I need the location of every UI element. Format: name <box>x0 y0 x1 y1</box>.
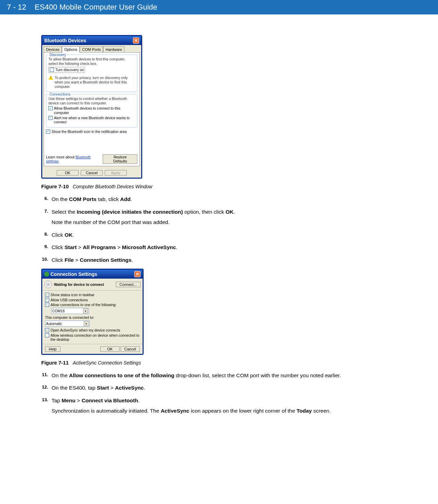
allow-conn-label: Allow connections to one of the followin… <box>50 303 116 307</box>
status-icon-label: Show status icon in taskbar <box>50 293 94 297</box>
ok-button[interactable]: OK <box>100 346 120 352</box>
discovery-desc: To allow Bluetooth devices to find this … <box>48 57 135 66</box>
connected-to-value: Automatic <box>46 322 62 326</box>
dialog-buttons: OK Cancel Apply <box>42 168 141 178</box>
window-titlebar: Connection Settings ✕ <box>42 270 143 279</box>
options-tabsheet: Discovery To allow Bluetooth devices to … <box>44 52 140 166</box>
page-header: 7 - 12 ES400 Mobile Computer User Guide <box>0 0 438 14</box>
tab-com-ports[interactable]: COM Ports <box>80 46 103 53</box>
figure-7-10-caption: Figure 7-10 Computer Bluetooth Devices W… <box>41 183 397 189</box>
connections-label: Connections <box>48 92 71 96</box>
step-item: 10.Click File > Connection Settings. <box>41 256 397 264</box>
step-item: 9.Click Start > All Programs > Microsoft… <box>41 244 397 251</box>
step-number: 7. <box>41 208 48 226</box>
window-title-text: Connection Settings <box>50 271 97 277</box>
page-number: 7 - 12 <box>7 3 26 11</box>
step-number: 11. <box>41 372 48 379</box>
status-text: Waiting for device to connect <box>54 282 114 287</box>
close-icon[interactable]: ✕ <box>133 37 139 44</box>
step-item: 6.On the COM Ports tab, click Add. <box>41 195 397 203</box>
usb-label: Allow USB connections <box>50 298 88 302</box>
warning-icon: ! <box>48 76 53 80</box>
step-item: 11.On the Allow connections to one of th… <box>41 372 397 379</box>
step-item: 12.On the ES400, tap Start > ActiveSync. <box>41 384 397 392</box>
bluetooth-devices-window: Bluetooth Devices ✕ Devices Options COM … <box>41 35 142 179</box>
wireless-label: Allow wireless connection on device when… <box>50 333 140 342</box>
allow-connect-label: Allow Bluetooth devices to connect to th… <box>54 106 135 115</box>
discovery-group: Discovery To allow Bluetooth devices to … <box>46 55 137 92</box>
sync-icon: ⟳ <box>44 281 52 288</box>
connections-desc: Use these settings to control whether a … <box>48 97 135 105</box>
connections-group: Connections Use these settings to contro… <box>46 94 137 127</box>
show-icon-label: Show the Bluetooth icon in the notificat… <box>52 130 127 134</box>
tab-devices[interactable]: Devices <box>44 46 62 53</box>
step-item: 8.Click OK. <box>41 231 397 239</box>
tab-hardware[interactable]: Hardware <box>103 46 124 53</box>
apply-button[interactable]: Apply <box>105 170 127 176</box>
cancel-button[interactable]: Cancel <box>81 170 103 176</box>
step-number: 10. <box>41 256 48 264</box>
com-port-value: COM18 <box>52 309 65 313</box>
figure-label: Figure 7-10 <box>41 183 69 189</box>
chevron-down-icon: ▾ <box>84 321 89 326</box>
step-number: 9. <box>41 244 48 251</box>
close-icon[interactable]: ✕ <box>134 271 141 277</box>
tab-bar: Devices Options COM Ports Hardware <box>42 45 141 53</box>
show-icon-checkbox[interactable]: ✓ <box>46 130 50 134</box>
cancel-button[interactable]: Cancel <box>121 346 140 352</box>
com-port-select[interactable]: COM18 ▾ <box>51 308 89 314</box>
window-title-text: Bluetooth Devices <box>44 38 86 43</box>
usb-checkbox[interactable]: ✓ <box>45 298 49 302</box>
step-item: 13.Tap Menu > Connect via Bluetooth.Sync… <box>41 397 397 415</box>
alert-label: Alert me when a new Bluetooth device wan… <box>54 116 135 124</box>
step-subtext: Synchronization is automatically initiat… <box>52 407 397 415</box>
turn-discovery-label: Turn discovery on <box>55 68 84 72</box>
status-icon-checkbox[interactable]: ✓ <box>45 293 49 297</box>
step-number: 6. <box>41 195 48 203</box>
figure-label: Figure 7-11 <box>41 360 69 366</box>
connected-to-select[interactable]: Automatic ▾ <box>45 321 90 327</box>
steps-6-10: 6.On the COM Ports tab, click Add.7.Sele… <box>41 195 397 264</box>
learn-more-text: Learn more about <box>46 155 75 159</box>
step-text: On the COM Ports tab, click Add. <box>52 195 397 203</box>
step-item: 7.Select the Incoming (device initiates … <box>41 208 397 226</box>
turn-discovery-checkbox[interactable] <box>50 68 54 72</box>
figure-text: Computer Bluetooth Devices Window <box>73 184 153 189</box>
step-number: 12. <box>41 384 48 392</box>
step-number: 13. <box>41 397 48 415</box>
step-text: Click OK. <box>52 231 397 239</box>
ok-button[interactable]: OK <box>57 170 79 176</box>
step-text: On the Allow connections to one of the f… <box>52 372 397 379</box>
guide-title: ES400 Mobile Computer User Guide <box>35 3 157 11</box>
alert-checkbox[interactable]: ✓ <box>48 116 53 120</box>
step-text: Click Start > All Programs > Microsoft A… <box>52 244 397 251</box>
wireless-checkbox[interactable] <box>45 333 49 337</box>
discovery-label: Discovery <box>48 53 67 57</box>
restore-defaults-button[interactable]: Restore Defaults <box>103 154 137 164</box>
allow-conn-checkbox[interactable]: ✓ <box>45 303 49 307</box>
connection-settings-window: Connection Settings ✕ ⟳ Waiting for devi… <box>41 269 144 355</box>
steps-11-13: 11.On the Allow connections to one of th… <box>41 372 397 415</box>
discovery-warning: To protect your privacy, turn on discove… <box>55 76 135 89</box>
allow-connect-checkbox[interactable]: ✓ <box>48 106 53 110</box>
chevron-down-icon: ▾ <box>83 309 88 313</box>
figure-text: ActiveSync Connection Settings <box>73 360 141 366</box>
step-text: Select the Incoming (device initiates th… <box>52 208 397 226</box>
help-button[interactable]: Help <box>45 346 60 352</box>
connected-to-label: This computer is connected to: <box>45 315 140 320</box>
step-number: 8. <box>41 231 48 239</box>
activesync-icon <box>44 272 49 277</box>
step-text: Click File > Connection Settings. <box>52 256 397 264</box>
step-text: Tap Menu > Connect via Bluetooth.Synchro… <box>52 397 397 415</box>
connect-button[interactable]: Connect... <box>116 282 141 287</box>
open-activesync-label: Open ActiveSync when my device connects <box>50 328 120 333</box>
status-row: ⟳ Waiting for device to connect Connect.… <box>42 279 143 290</box>
step-subtext: Note the number of the COM port that was… <box>52 219 397 226</box>
window-titlebar: Bluetooth Devices ✕ <box>42 36 141 45</box>
tab-options[interactable]: Options <box>62 46 80 53</box>
open-activesync-checkbox[interactable]: ✓ <box>45 328 49 332</box>
step-text: On the ES400, tap Start > ActiveSync. <box>52 384 397 392</box>
figure-7-11-caption: Figure 7-11 ActiveSync Connection Settin… <box>41 360 397 366</box>
